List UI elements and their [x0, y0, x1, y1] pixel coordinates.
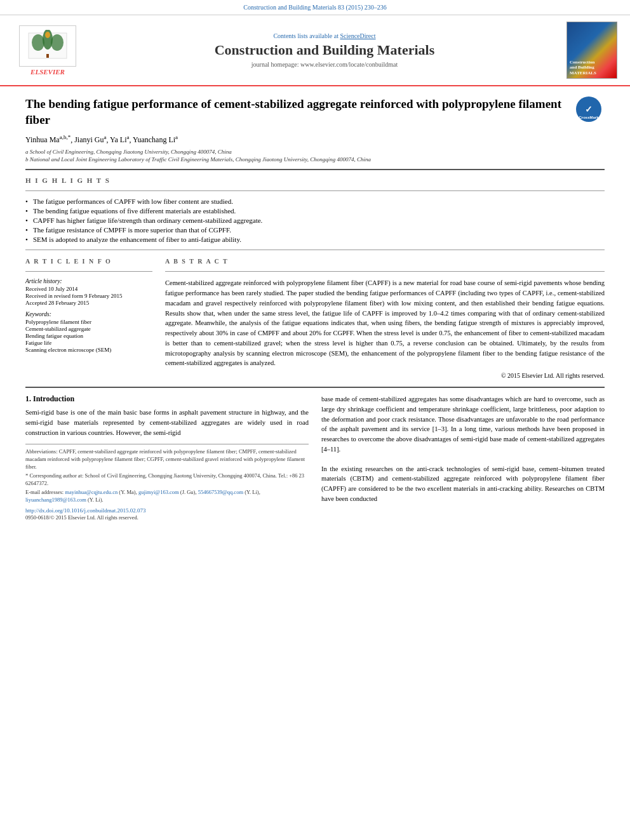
article-info-abstract-section: A R T I C L E I N F O Article history: R… [25, 258, 605, 379]
body-right-column: base made of cement-stabilized aggregate… [321, 394, 605, 522]
author-gu-superscript: a [104, 134, 107, 140]
doi-text[interactable]: http://dx.doi.org/10.1016/j.conbuildmat.… [25, 507, 146, 514]
author-ycli-superscript: a [175, 134, 178, 140]
body-left-text-1: Semi-rigid base is one of the main basic… [25, 408, 309, 437]
crossmark-badge: ✓ CrossMark [573, 97, 605, 122]
body-right-paragraph-2: In the existing researches on the anti-c… [321, 465, 605, 502]
keywords-title: Keywords: [25, 311, 152, 317]
keyword-5: Scanning electron microscope (SEM) [25, 347, 152, 353]
issn-text: 0950-0618/© 2015 Elsevier Ltd. All right… [25, 514, 138, 521]
abstract-body: Cement-stabilized aggregate reinforced w… [165, 279, 605, 366]
highlight-item-4: The fatigue resistance of CMPFF is more … [25, 226, 605, 234]
doi-line[interactable]: http://dx.doi.org/10.1016/j.conbuildmat.… [25, 507, 309, 515]
header-divider [25, 169, 605, 170]
elsevier-logo-image [19, 25, 76, 67]
highlight-item-5: SEM is adopted to analyze the enhancemen… [25, 236, 605, 243]
body-right-text-2: In the existing researches on the anti-c… [321, 464, 605, 504]
crossmark-icon: ✓ CrossMark [576, 97, 601, 122]
svg-point-3 [51, 34, 64, 51]
email-li2[interactable]: liyuanchang1989@163.com [25, 497, 86, 503]
abstract-title: A B S T R A C T [165, 258, 605, 265]
highlights-title: H I G H L I G H T S [25, 177, 605, 184]
body-right-paragraph-1: base made of cement-stabilized aggregate… [321, 396, 605, 453]
email-gu-person: (J. Gu), [180, 489, 197, 495]
email-ma-person: (Y. Ma), [119, 489, 137, 495]
journal-reference-text: Construction and Building Materials 83 (… [243, 4, 387, 11]
affiliation-a: a School of Civil Engineering, Chongqing… [25, 149, 605, 155]
svg-rect-4 [46, 54, 49, 58]
email-label: E-mail addresses: [25, 489, 65, 495]
svg-text:CrossMark: CrossMark [579, 116, 599, 119]
journal-homepage: journal homepage: www.elsevier.com/locat… [89, 61, 560, 68]
journal-cover-thumbnail: Constructionand BuildingMATERIALS [566, 22, 617, 79]
journal-cover-text: Constructionand BuildingMATERIALS [570, 60, 596, 76]
history-label: Article history: [25, 278, 152, 284]
highlights-section: H I G H L I G H T S The fatigue performa… [25, 177, 605, 250]
highlight-item-1: The fatigue performances of CAPFF with l… [25, 197, 605, 205]
sciencedirect-link-text[interactable]: ScienceDirect [340, 32, 375, 39]
abstract-column: A B S T R A C T Cement-stabilized aggreg… [165, 258, 605, 379]
email-gu[interactable]: gujimyi@163.com [138, 489, 179, 495]
elsevier-brand-text: ELSEVIER [30, 68, 65, 76]
highlight-item-2: The bending fatigue equations of five di… [25, 207, 605, 215]
affiliation-b: b National and Local Joint Engineering L… [25, 156, 605, 163]
svg-point-5 [45, 32, 50, 38]
contents-available-text: Contents lists available at [273, 32, 338, 39]
authors-line: Yinhua Maa,b,*, Jianyi Gua, Ya Lia, Yuan… [25, 134, 605, 145]
email-ma[interactable]: mayinhua@cqjtu.edu.cn [65, 489, 117, 495]
article-info-title: A R T I C L E I N F O [25, 258, 152, 265]
journal-title-main: Construction and Building Materials [89, 42, 560, 58]
highlight-item-3: CAPFF has higher fatigue life/strength t… [25, 217, 605, 224]
author-yinhua-ma: Yinhua Ma [25, 135, 60, 144]
article-history: Article history: Received 10 July 2014 R… [25, 278, 152, 306]
sciencedirect-link[interactable]: Contents lists available at ScienceDirec… [89, 32, 560, 39]
highlights-top-divider [25, 190, 605, 191]
body-left-paragraph-1: Semi-rigid base is one of the main basic… [25, 409, 309, 436]
elsevier-logo: ELSEVIER [13, 25, 83, 76]
top-reference-bar: Construction and Building Materials 83 (… [0, 0, 630, 15]
body-left-column: 1. Introduction Semi-rigid base is one o… [25, 394, 309, 522]
abstract-text: Cement-stabilized aggregate reinforced w… [165, 278, 605, 368]
email-addresses-footnote: E-mail addresses: mayinhua@cqjtu.edu.cn … [25, 489, 309, 504]
email-li1[interactable]: 554667539@qq.com [198, 489, 243, 495]
body-right-text-1: base made of cement-stabilized aggregate… [321, 394, 605, 455]
author-yuanchang-li: Yuanchang Li [133, 135, 175, 144]
article-info-divider [25, 271, 152, 272]
email-li2-person: (Y. Li). [88, 497, 104, 503]
highlights-bottom-divider [25, 250, 605, 250]
keywords-section: Keywords: Polypropylene filament fiber C… [25, 311, 152, 353]
page-container: Construction and Building Materials 83 (… [0, 0, 630, 532]
author-jianyi-gu: Jianyi Gu [74, 135, 104, 144]
author-ma-superscript: a,b,* [60, 134, 71, 140]
abbreviations-text: Abbreviations: CAPFF, cement-stabilized … [25, 448, 305, 470]
received-revised-date: Received in revised form 9 February 2015 [25, 293, 152, 299]
keyword-3: Bending fatigue equation [25, 333, 152, 339]
paper-content: The bending fatigue performance of cemen… [0, 86, 630, 532]
svg-text:✓: ✓ [585, 104, 593, 114]
highlights-list: The fatigue performances of CAPFF with l… [25, 197, 605, 243]
paper-title-section: The bending fatigue performance of cemen… [25, 97, 605, 128]
abbreviations-footnote: Abbreviations: CAPFF, cement-stabilized … [25, 448, 309, 471]
article-info-column: A R T I C L E I N F O Article history: R… [25, 258, 152, 379]
corresponding-author-footnote: * Corresponding author at: School of Civ… [25, 472, 309, 488]
received-date: Received 10 July 2014 [25, 286, 152, 292]
keyword-1: Polypropylene filament fiber [25, 319, 152, 325]
accepted-date: Accepted 28 February 2015 [25, 300, 152, 306]
copyright-line: © 2015 Elsevier Ltd. All rights reserved… [165, 372, 605, 379]
paper-title: The bending fatigue performance of cemen… [25, 97, 566, 128]
email-li1-person: (Y. Li), [245, 489, 260, 495]
abstract-divider [165, 271, 605, 272]
body-start-divider [25, 387, 605, 388]
keyword-2: Cement-stabilized aggregate [25, 326, 152, 332]
issn-line: 0950-0618/© 2015 Elsevier Ltd. All right… [25, 514, 309, 522]
author-ya-li: Ya Li [110, 135, 126, 144]
body-text-section: 1. Introduction Semi-rigid base is one o… [25, 394, 605, 522]
footnotes-section: Abbreviations: CAPFF, cement-stabilized … [25, 444, 309, 522]
journal-header: ELSEVIER Contents lists available at Sci… [0, 15, 630, 86]
section-1-heading: 1. Introduction [25, 394, 309, 404]
corresponding-author-text: * Corresponding author at: School of Civ… [25, 472, 304, 486]
author-yli-superscript: a [127, 134, 130, 140]
svg-point-1 [32, 34, 44, 51]
journal-title-section: Contents lists available at ScienceDirec… [89, 32, 560, 68]
keyword-4: Fatigue life [25, 340, 152, 346]
